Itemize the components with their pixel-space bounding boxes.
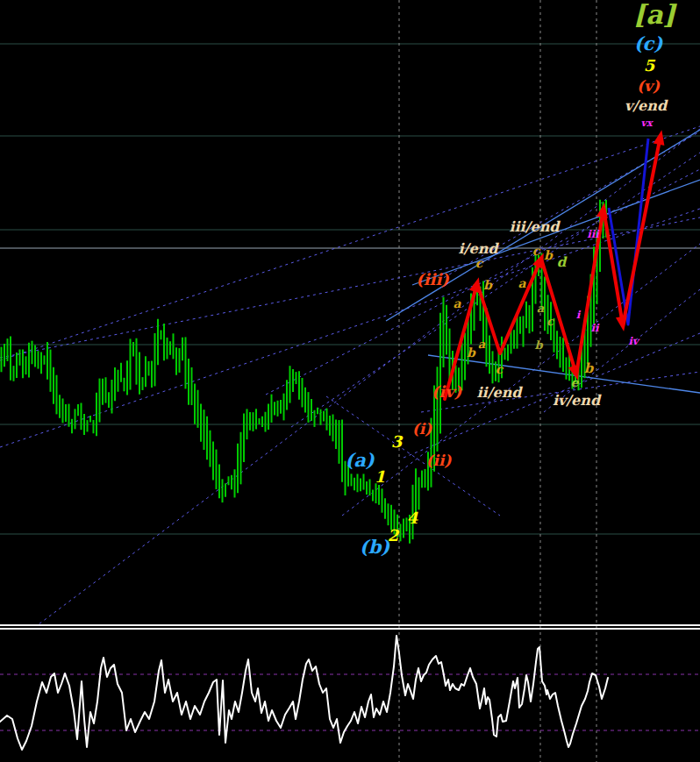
wave-label-a[interactable]: a — [478, 338, 486, 351]
wave-label-d[interactable]: d — [557, 254, 568, 270]
wave-label-c[interactable]: c — [496, 362, 504, 376]
wave-label-b[interactable]: b — [534, 338, 543, 352]
wave-label-1[interactable]: 1 — [375, 467, 386, 486]
wave-label-ii[interactable]: (ii) — [425, 452, 452, 469]
wave-label-ii[interactable]: ii — [590, 322, 600, 334]
wave-label-iii[interactable]: (iii) — [416, 270, 449, 288]
wave-label-iv[interactable]: iv — [628, 335, 640, 347]
wave-label-i[interactable]: (i) — [412, 420, 433, 438]
wave-label-a[interactable]: (a) — [345, 449, 375, 471]
wave-label-iiend[interactable]: ii/end — [477, 384, 524, 401]
wave-label-c[interactable]: c — [532, 244, 541, 258]
wave-label-3[interactable]: 3 — [391, 432, 404, 451]
wave-label-c[interactable]: (c) — [634, 32, 664, 54]
wave-label-a[interactable]: [a] — [633, 0, 678, 30]
wave-label-b[interactable]: (b) — [360, 536, 391, 558]
wave-label-2[interactable]: 2 — [388, 526, 400, 545]
wave-label-iv[interactable]: (iv) — [432, 382, 462, 401]
wave-label-iend[interactable]: i/end — [459, 240, 500, 257]
wave-label-5[interactable]: 5 — [644, 56, 656, 75]
wave-label-c[interactable]: c — [475, 256, 484, 270]
wave-label-a[interactable]: a — [537, 302, 545, 315]
wave-label-iii[interactable]: iii — [587, 228, 600, 240]
wave-label-vx[interactable]: vx — [641, 118, 654, 129]
wave-label-4[interactable]: 4 — [407, 509, 418, 527]
wave-label-a[interactable]: a — [453, 296, 461, 310]
wave-label-c[interactable]: c — [546, 315, 554, 328]
wave-label-b[interactable]: b — [467, 345, 476, 360]
wave-label-b[interactable]: b — [584, 360, 595, 376]
trading-chart-window: [a](c)5(v)v/endvxiii/endi/endii/endiv/en… — [0, 0, 700, 762]
wave-label-b[interactable]: b — [544, 248, 554, 262]
wave-label-vend[interactable]: v/end — [625, 97, 668, 114]
wave-label-iiiend[interactable]: iii/end — [509, 218, 561, 235]
price-chart-canvas[interactable]: [a](c)5(v)v/endvxiii/endi/endii/endiv/en… — [0, 0, 700, 762]
wave-label-v[interactable]: (v) — [637, 77, 661, 95]
wave-label-b[interactable]: b — [483, 278, 493, 292]
wave-label-ivend[interactable]: iv/end — [553, 392, 602, 409]
wave-label-e[interactable]: e — [571, 375, 580, 389]
wave-label-a[interactable]: a — [518, 276, 526, 290]
